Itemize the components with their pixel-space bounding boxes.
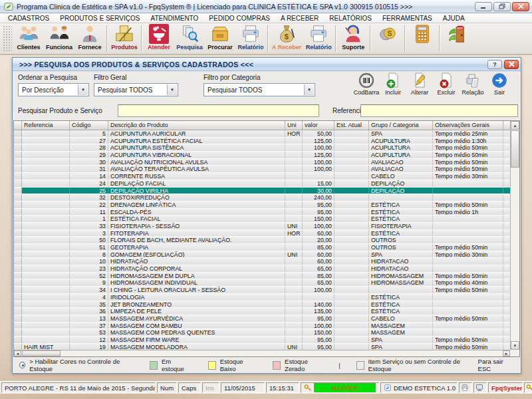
dialog-titlebar[interactable]: >>> PESQUISA DOS PRODUTOS & SERVIÇOS CAD… [13, 58, 521, 71]
column-header-codigo[interactable]: Código [70, 121, 108, 130]
scroll-right-icon[interactable]: ► [503, 350, 510, 356]
vscroll-thumb[interactable] [511, 130, 519, 168]
dialog-help-button[interactable]: ? [487, 60, 502, 69]
table-cell: 100,00 [303, 323, 334, 329]
chevron-down-icon[interactable]: ▼ [78, 84, 88, 95]
close-button[interactable] [512, 2, 529, 11]
filter-dropdown-filtro-geral[interactable]: Pesquisar TODOS▼ [94, 83, 178, 96]
table-row[interactable]: 13MASSAGEM AYURVÉDICA95,00CABELOTempo mé… [14, 315, 519, 323]
table-row[interactable]: 24DEPILAÇÃO FACIAL15,00DEPILAÇÃO [14, 180, 519, 188]
toolbar-button-relatorio[interactable]: Relatório [235, 23, 266, 54]
table-row[interactable]: 9HIDROMASSAGEM INDIVIDUAL65,00HIDROMASSA… [14, 279, 519, 287]
search-input[interactable] [118, 104, 319, 117]
filter-label-ordenar-a-pesquisa: Ordenar a Pesquisa [18, 74, 89, 81]
table-row[interactable]: 11ESCALDA-PÉS95,00ESTÉTICATempo médio 1h [14, 209, 519, 216]
action-button-incluir[interactable]: Incluir [380, 72, 406, 96]
toolbar-button-label: Suporte [342, 44, 364, 51]
action-button-relacao[interactable]: Relação [460, 72, 486, 96]
status-monitor[interactable] [473, 382, 487, 393]
table-row[interactable]: 22DRENAGEM LINFÁTICA95,00ESTÉTICATempo m… [14, 201, 519, 209]
vertical-scrollbar[interactable]: ▲ ▼ [510, 121, 519, 350]
table-row[interactable]: 5ACUPUNTURA AURICULARHOR50,00SPATempo mé… [14, 130, 519, 138]
menu-item-relatorios[interactable]: RELATÓRIOS [324, 13, 377, 23]
status-key[interactable] [524, 382, 532, 393]
action-button-sair[interactable]: Sair [486, 72, 513, 96]
column-header-descricao-do-produto[interactable]: Descrição do Produto [108, 121, 285, 130]
toolbar-button-calculator-icon[interactable] [407, 23, 438, 54]
table-row[interactable]: 29ACUPUNTURA VIBRACIONAL125,00ACUPULTURA… [14, 152, 519, 159]
menu-item-produtos-e-servicos[interactable]: PRODUTOS E SERVIÇOS [55, 13, 145, 23]
table-row[interactable]: 37MASSAGEM COM BAMBU100,00MASSAGEM [14, 323, 519, 330]
action-button-codbarra[interactable]: CodBarra [353, 72, 380, 96]
toolbar-button-fornece[interactable]: Fornece [74, 23, 105, 54]
toolbar-button-produtos[interactable]: Produtos [109, 23, 140, 54]
action-button-excluir[interactable]: Excluir [433, 72, 460, 96]
table-row[interactable]: 52HIDROMASSAGEM EM DUPLA85,00HIDROMASSAG… [14, 273, 519, 280]
table-row[interactable]: 14CORRENTE RUSSACABELOTempo médio 30min [14, 173, 519, 180]
toolbar-button-funciona[interactable]: Funciona [44, 23, 74, 54]
minimize-button[interactable] [475, 2, 492, 11]
enable-colors-radio[interactable] [19, 362, 25, 368]
table-row[interactable]: 12MASSAGEM FIRM WARE95,00SPATempo médio … [14, 336, 519, 344]
toolbar-button-relatorio[interactable]: Relatório [303, 23, 334, 54]
menu-item-cadastros[interactable]: CADASTROS [3, 13, 55, 23]
table-row[interactable]: 28ACUPUNTURA SISTÊMICA100,00ACUPULTURATe… [14, 144, 519, 152]
table-row[interactable]: 30AVALIAÇÃO NUTRICIONAL AVULSA100,00AVAL… [14, 159, 519, 166]
scroll-up-icon[interactable]: ▲ [511, 121, 519, 130]
table-row[interactable]: 51GEOTERAPIA85,00OUTROSTempo médio 50min [14, 244, 519, 251]
menu-item-ajuda[interactable]: AJUDA [438, 13, 470, 23]
menu-item-pedido-compras[interactable]: PEDIDO COMPRAS [203, 13, 275, 23]
chevron-down-icon[interactable]: ▼ [167, 84, 177, 95]
restore-button[interactable] [493, 2, 511, 11]
column-header-observacoes-gerais[interactable]: Observações Gerais [433, 121, 503, 130]
toolbar-button-pesquisa[interactable]: Pesquisa [174, 23, 205, 54]
reference-input[interactable] [360, 104, 518, 117]
table-row[interactable]: 32DESTOXIRREDUÇÃO240,00 [14, 194, 519, 201]
toolbar-button-a-receber[interactable]: $A Receber [270, 23, 303, 54]
hscroll-thumb[interactable] [22, 350, 61, 356]
horizontal-scrollbar[interactable]: ◄ ► [14, 350, 510, 356]
table-row[interactable]: 23HIDRATAÇÃO CORPORAL65,00HIDRATACAO [14, 265, 519, 273]
dialog-close-button[interactable] [504, 60, 519, 69]
toolbar-button-coins-icon[interactable]: S [372, 23, 403, 54]
table-row[interactable]: 1ESTÉTICA FACIAL150,00ESTÉTICA [14, 215, 519, 223]
search-row: Pesquisar Produto e Serviço Referencia [13, 102, 521, 120]
table-row[interactable]: 25DEPILAÇÃO VIRILHA30,00DEPILAÇÃO [14, 188, 519, 195]
menu-item-a-receber[interactable]: A RECEBER [275, 13, 324, 23]
table-row[interactable]: 31AVALIAÇÃO TERAPÊUTICA AVULSA100,00AVAL… [14, 166, 519, 173]
column-header-est-atual[interactable]: Est. Atual [334, 121, 369, 130]
toolbar-button-atender[interactable]: Atender [144, 23, 174, 54]
table-row[interactable]: 35JET BRONZEAMENTO140,00ESTÉTICA [14, 301, 519, 309]
toolbar-button-exit-door-icon[interactable]: EXIT [442, 23, 472, 54]
filter-dropdown-ordenar-a-pesquisa[interactable]: Por Descrição▼ [18, 83, 89, 96]
scroll-left-icon[interactable]: ◄ [14, 350, 21, 356]
column-header-grupo-categoria[interactable]: Grupo / Categoria [369, 121, 433, 130]
table-row[interactable]: 53MASSAGEM COM PEDRAS QUENTES150,00MASSA… [14, 329, 519, 336]
column-header-uni[interactable]: Uni [285, 121, 303, 130]
table-row[interactable]: 34I CHING - LEITURA ORACULAR - SESSÃO100… [14, 287, 519, 294]
table-row[interactable]: 50FLORAIS DE BACH, MEDIANTE AVALIAÇÃO.20… [14, 237, 519, 244]
table-row[interactable]: 10HIDRATAÇÃO60,00HIDRATACAO [14, 258, 519, 265]
toolbar-button-clientes[interactable]: Clientes [13, 23, 44, 54]
legend-label: Estoque Zerado [285, 358, 325, 372]
table-cell [334, 130, 369, 137]
table-row[interactable]: 8GOMAGEM (ESFOLIAÇÃO)UNI60,00SPATempo mé… [14, 251, 519, 259]
column-header-referencia[interactable]: Referencia [22, 121, 70, 130]
table-row[interactable]: 3FITOTERAPIAHOR60,00ESTÉTICA [14, 230, 519, 237]
toolbar-button-procurar[interactable]: Procurar [205, 23, 235, 54]
scroll-down-icon[interactable]: ▼ [511, 341, 519, 350]
toolbar-button-suporte[interactable]: Suporte [338, 23, 368, 54]
table-row[interactable]: 4IRIDOLOGIAESTÉTICA [14, 294, 519, 301]
chevron-down-icon[interactable]: ▼ [304, 84, 314, 95]
filter-dropdown-filtro-por-categoria[interactable]: Pesquisar TODOS▼ [203, 83, 315, 96]
row-indicator [14, 144, 22, 151]
status-printer[interactable] [459, 382, 472, 393]
menu-item-atendimento[interactable]: ATENDIMENTO [145, 13, 203, 23]
column-header-valor[interactable]: valor [303, 121, 334, 130]
table-row[interactable]: 33FISIOTERAPIA - SESSÃOUNI100,00FISIOTER… [14, 223, 519, 230]
table-row[interactable]: 36LIMPEZA DE PELE135,00ESTÉTICA [14, 308, 519, 315]
menu-item-ferramentas[interactable]: FERRAMENTAS [377, 13, 438, 23]
table-cell [334, 329, 369, 336]
table-row[interactable]: 27ACUPUNTURA ESTÉTICA FACIAL125,00ACUPUL… [14, 138, 519, 145]
action-button-alterar[interactable]: Alterar [406, 72, 433, 96]
